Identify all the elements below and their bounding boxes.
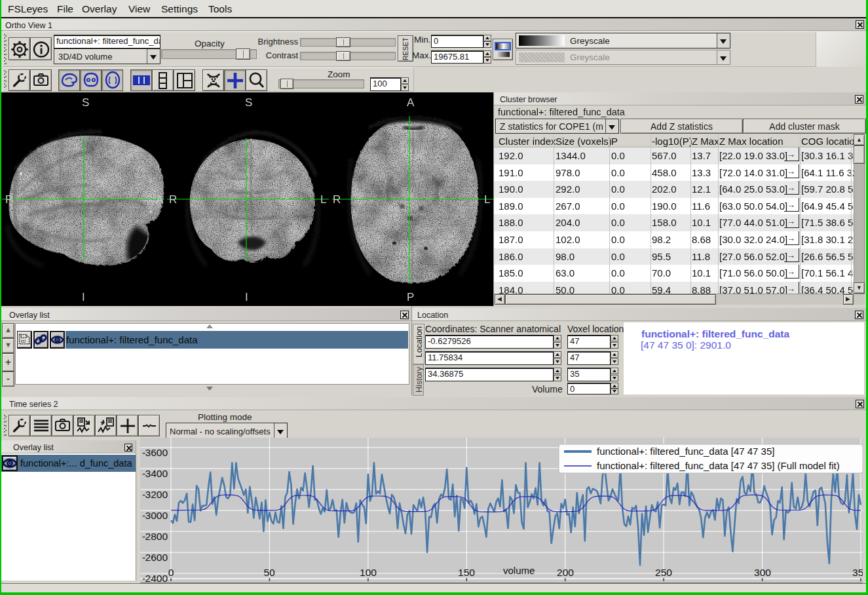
svg-text:functional+: filtered_func_dat: functional+: filtered_func_data [47 47 3… xyxy=(597,446,774,457)
svg-text:250: 250 xyxy=(655,567,672,578)
svg-text:volume: volume xyxy=(503,565,535,576)
svg-text:S: S xyxy=(245,96,252,109)
svg-text:2400: 2400 xyxy=(145,573,168,583)
svg-text:3400: 3400 xyxy=(145,468,168,479)
svg-text:S: S xyxy=(82,96,89,109)
svg-text:functional+: filtered_func_dat: functional+: filtered_func_data [47 47 3… xyxy=(597,460,840,471)
svg-text:I: I xyxy=(82,291,85,303)
svg-text:2800: 2800 xyxy=(145,531,168,542)
svg-text:R: R xyxy=(169,193,177,206)
svg-text:3200: 3200 xyxy=(145,489,168,500)
svg-text:I: I xyxy=(245,291,248,303)
svg-text:3000: 3000 xyxy=(145,510,168,521)
svg-text:100: 100 xyxy=(360,567,377,578)
svg-text:3600: 3600 xyxy=(145,447,168,458)
svg-text:L: L xyxy=(320,193,326,206)
svg-text:A: A xyxy=(156,193,164,206)
svg-text:0: 0 xyxy=(168,567,174,578)
svg-text:150: 150 xyxy=(458,567,475,578)
svg-text:R: R xyxy=(333,193,341,206)
svg-text:300: 300 xyxy=(754,567,771,578)
svg-text:200: 200 xyxy=(557,567,574,578)
svg-text:L: L xyxy=(484,193,490,206)
svg-text:2600: 2600 xyxy=(145,552,168,563)
svg-text:A: A xyxy=(407,96,415,109)
svg-text:P: P xyxy=(407,291,414,303)
svg-text:P: P xyxy=(5,193,12,206)
svg-text:50: 50 xyxy=(263,567,275,578)
